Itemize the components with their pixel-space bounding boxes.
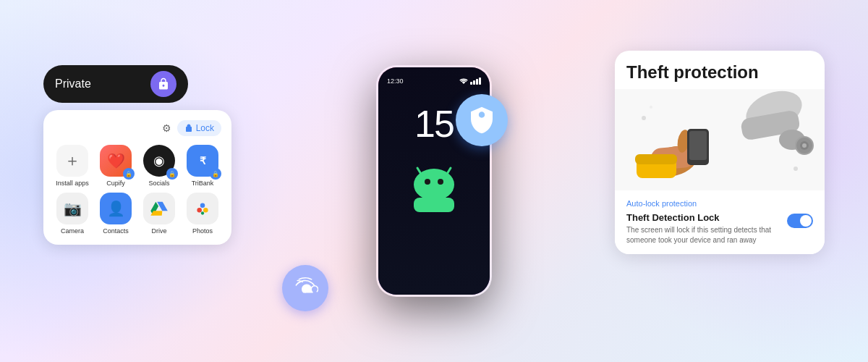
theft-detection-title: Theft Detection Lock — [626, 212, 780, 223]
theft-illustration-svg — [615, 89, 825, 190]
camera-icon: 📷 — [56, 193, 88, 224]
contacts-icon: 👤 — [100, 193, 132, 224]
theft-protection-title: Theft protection — [626, 62, 759, 83]
app-lock-overlay: 🔒 — [166, 168, 178, 180]
tribank-icon: ₹ 🔒 — [187, 145, 218, 177]
svg-point-8 — [438, 179, 443, 185]
android-mascot — [401, 164, 467, 218]
list-item[interactable]: Drive — [140, 193, 178, 235]
theft-illustration — [615, 89, 825, 190]
drive-svg-icon — [150, 199, 169, 218]
list-item[interactable]: Photos — [184, 193, 221, 235]
svg-point-26 — [642, 116, 646, 120]
svg-point-0 — [200, 203, 205, 208]
theft-detection-info: Theft Detection Lock The screen will loc… — [626, 212, 780, 245]
app-label: Photos — [192, 227, 213, 235]
list-item[interactable]: ◉ 🔒 Socials — [140, 145, 178, 187]
shield-key-icon — [467, 106, 496, 135]
theft-card-header: Theft protection — [615, 51, 825, 83]
phone-time: 12:30 — [387, 77, 404, 85]
drive-icon — [143, 193, 175, 224]
settings-icon[interactable]: ⚙ — [162, 122, 171, 134]
fingerprint-bubble — [282, 265, 328, 311]
svg-point-16 — [802, 143, 807, 148]
photos-icon — [187, 193, 218, 224]
app-label: Camera — [61, 227, 84, 235]
apps-panel-header: ⚙ Lock — [54, 120, 221, 136]
auto-lock-label: Auto-lock protection — [626, 199, 813, 208]
shield-security-bubble — [456, 94, 508, 146]
private-lock-bubble — [150, 71, 176, 97]
app-label: Socials — [148, 180, 169, 187]
app-lock-overlay: 🔒 — [210, 168, 221, 180]
theft-detection-description: The screen will lock if this setting det… — [626, 225, 780, 245]
svg-rect-23 — [635, 154, 677, 164]
svg-point-27 — [650, 106, 652, 109]
svg-point-1 — [197, 208, 202, 213]
left-panel: Private ⚙ Lock ＋ Install apps — [43, 65, 231, 245]
app-label: Cupify — [106, 180, 125, 187]
apps-panel: ⚙ Lock ＋ Install apps ❤️ 🔒 Cupify — [43, 110, 231, 245]
app-label: Drive — [151, 227, 166, 235]
cupify-icon: ❤️ 🔒 — [100, 145, 132, 177]
android-robot-svg — [401, 164, 467, 215]
list-item[interactable]: ❤️ 🔒 Cupify — [97, 145, 135, 187]
socials-icon: ◉ 🔒 — [143, 145, 175, 177]
svg-point-28 — [793, 167, 798, 171]
phone-status-bar: 12:30 — [378, 77, 490, 85]
svg-point-6 — [414, 169, 454, 201]
list-item[interactable]: ＋ Install apps — [54, 145, 91, 187]
theft-detection-row: Theft Detection Lock The screen will loc… — [626, 212, 813, 245]
fingerprint-icon — [292, 275, 318, 301]
svg-rect-25 — [689, 131, 707, 160]
private-label: Private — [55, 77, 91, 90]
lock-icon — [157, 77, 170, 90]
list-item[interactable]: ₹ 🔒 TriBank — [184, 145, 221, 187]
list-item[interactable]: 📷 Camera — [54, 193, 91, 235]
list-item[interactable]: 👤 Contacts — [97, 193, 135, 235]
lock-button-label: Lock — [196, 123, 214, 133]
install-apps-icon: ＋ — [56, 145, 88, 177]
phone-notch — [428, 67, 440, 73]
wifi-icon — [459, 77, 468, 85]
theft-protection-panel: Theft protection — [615, 51, 825, 254]
lock-small-icon — [184, 124, 193, 132]
theft-detection-toggle[interactable] — [787, 214, 813, 228]
svg-point-7 — [425, 179, 430, 185]
theft-protection-card: Theft protection — [615, 51, 825, 254]
private-space-badge: Private — [43, 65, 188, 103]
lock-button[interactable]: Lock — [177, 120, 221, 136]
phone-status-icons — [459, 77, 481, 85]
app-lock-overlay: 🔒 — [123, 168, 135, 180]
app-label: TriBank — [192, 180, 214, 187]
svg-point-2 — [203, 208, 208, 213]
phone-number-display: 15 — [414, 105, 454, 143]
theft-card-footer: Auto-lock protection Theft Detection Loc… — [615, 190, 825, 254]
app-label: Install apps — [56, 180, 89, 187]
svg-rect-9 — [414, 198, 454, 212]
svg-point-3 — [201, 211, 204, 214]
signal-bars-icon — [470, 77, 481, 85]
app-label: Contacts — [103, 227, 129, 235]
apps-grid: ＋ Install apps ❤️ 🔒 Cupify ◉ 🔒 Socials — [54, 145, 221, 235]
photos-svg-icon — [193, 199, 212, 218]
